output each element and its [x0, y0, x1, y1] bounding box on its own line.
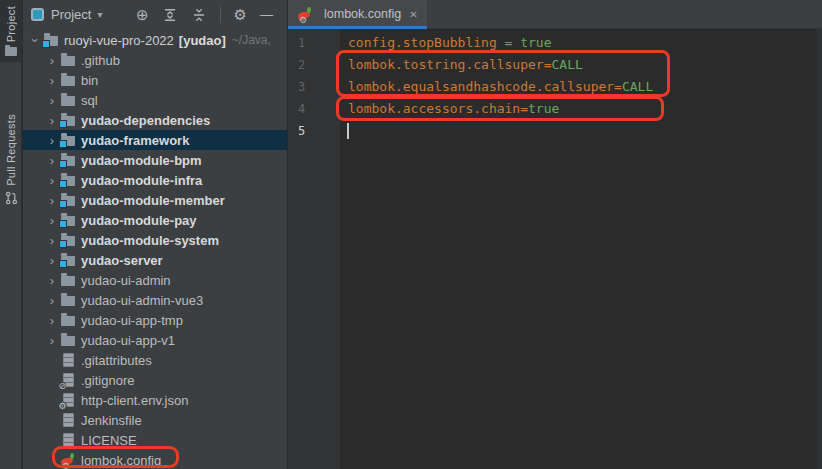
- tree-item-github[interactable]: › .github: [23, 50, 287, 70]
- file-icon: [60, 432, 76, 448]
- tree-item-yudao-framework[interactable]: › yudao-framework: [23, 130, 287, 150]
- ignored-file-icon: [60, 372, 76, 388]
- tree-item-yudao-module-bpm[interactable]: › yudao-module-bpm: [23, 150, 287, 170]
- panel-toolbar: ⊕ ⚙ —: [136, 7, 281, 23]
- folder-icon: [60, 52, 76, 68]
- module-folder-icon: [60, 232, 76, 248]
- module-folder-icon: [60, 252, 76, 268]
- folder-icon: [60, 72, 76, 88]
- chevron-right-icon[interactable]: ›: [44, 114, 60, 127]
- module-folder-icon: [60, 192, 76, 208]
- line-number: 1: [288, 32, 340, 54]
- code-line-1[interactable]: config.stopBubbling = true: [348, 32, 817, 54]
- lombok-icon: ⚙: [297, 6, 313, 22]
- tree-item-yudao-ui-admin-vue3[interactable]: › yudao-ui-admin-vue3: [23, 290, 287, 310]
- code-line-5[interactable]: [348, 120, 817, 142]
- close-icon[interactable]: ✕: [409, 9, 417, 20]
- chevron-right-icon[interactable]: ›: [44, 334, 60, 347]
- panel-title: Project: [51, 7, 91, 22]
- folder-icon: [60, 272, 76, 288]
- code-line-4[interactable]: lombok.accessors.chain=true: [348, 98, 817, 120]
- code-line-2[interactable]: lombok.tostring.callsuper=CALL: [348, 54, 817, 76]
- folder-icon: [60, 92, 76, 108]
- folder-icon: [60, 292, 76, 308]
- tree-item-gitattributes[interactable]: .gitattributes: [23, 350, 287, 370]
- chevron-right-icon[interactable]: ›: [44, 234, 60, 247]
- chevron-right-icon[interactable]: ›: [44, 254, 60, 267]
- tree-item-gitignore[interactable]: .gitignore: [23, 370, 287, 390]
- chevron-right-icon[interactable]: ›: [44, 74, 60, 87]
- tree-item-yudao-dependencies[interactable]: › yudao-dependencies: [23, 110, 287, 130]
- tree-item-yudao-ui-app-tmp[interactable]: › yudao-ui-app-tmp: [23, 310, 287, 330]
- toolbar-divider: [220, 7, 221, 23]
- chevron-right-icon[interactable]: ›: [44, 274, 60, 287]
- text-caret: [347, 123, 349, 139]
- locate-file-icon[interactable]: ⊕: [136, 7, 149, 22]
- module-folder-icon: [60, 132, 76, 148]
- chevron-right-icon[interactable]: ›: [44, 134, 60, 147]
- expand-all-icon[interactable]: [162, 7, 178, 23]
- panel-splitter[interactable]: [287, 0, 288, 469]
- tree-item-yudao-server[interactable]: › yudao-server: [23, 250, 287, 270]
- tree-item-jenkinsfile[interactable]: Jenkinsfile: [23, 410, 287, 430]
- chevron-expanded-icon[interactable]: ›: [29, 32, 42, 48]
- folder-icon: [60, 312, 76, 328]
- module-folder-icon: [60, 152, 76, 168]
- folder-icon: [60, 332, 76, 348]
- module-folder-icon: [60, 112, 76, 128]
- module-folder-icon: [60, 212, 76, 228]
- module-folder-icon: [60, 172, 76, 188]
- chevron-right-icon[interactable]: ›: [44, 94, 60, 107]
- chevron-right-icon[interactable]: ›: [44, 214, 60, 227]
- hide-panel-icon[interactable]: —: [260, 8, 273, 21]
- gear-icon[interactable]: ⚙: [234, 7, 247, 22]
- tree-item-yudao-module-system[interactable]: › yudao-module-system: [23, 230, 287, 250]
- editor-gutter: 1 2 3 4 5: [288, 29, 340, 469]
- project-panel-header: Project ▾ ⊕ ⚙ —: [23, 0, 287, 29]
- chevron-down-icon[interactable]: ▾: [97, 9, 102, 20]
- editor-area: ⚙ lombok.config ✕ 1 2 3 4 5 config.stopB…: [288, 0, 822, 469]
- pull-request-icon: [5, 191, 18, 209]
- tree-item-bin[interactable]: › bin: [23, 70, 287, 90]
- chevron-right-icon[interactable]: ›: [44, 294, 60, 307]
- line-number: 4: [288, 98, 340, 120]
- tool-window-icon: [31, 8, 44, 21]
- env-file-icon: [60, 392, 76, 408]
- project-tree: › ruoyi-vue-pro-2022 [yudao] ~/Java, › .…: [23, 30, 287, 469]
- tree-item-root[interactable]: › ruoyi-vue-pro-2022 [yudao] ~/Java,: [23, 30, 287, 50]
- tree-item-yudao-module-pay[interactable]: › yudao-module-pay: [23, 210, 287, 230]
- stripe-tab-project-label: Project: [5, 6, 17, 42]
- tree-item-sql[interactable]: › sql: [23, 90, 287, 110]
- tool-window-stripe: Project Pull Requests: [0, 0, 22, 469]
- code-line-3[interactable]: lombok.equalsandhashcode.callsuper=CALL: [348, 76, 817, 98]
- code-area[interactable]: config.stopBubbling = true lombok.tostri…: [340, 29, 817, 469]
- tree-item-http-client-env-json[interactable]: http-client.env.json: [23, 390, 287, 410]
- editor-tab-bar: ⚙ lombok.config ✕: [288, 0, 822, 29]
- stripe-tab-pull-requests-label: Pull Requests: [5, 114, 17, 186]
- collapse-all-icon[interactable]: [191, 7, 207, 23]
- file-icon: [60, 412, 76, 428]
- line-number: 2: [288, 54, 340, 76]
- stripe-tab-project[interactable]: Project: [0, 0, 22, 62]
- tree-item-yudao-ui-app-v1[interactable]: › yudao-ui-app-v1: [23, 330, 287, 350]
- chevron-right-icon[interactable]: ›: [44, 314, 60, 327]
- project-folder-icon: [5, 47, 17, 56]
- chevron-right-icon[interactable]: ›: [44, 194, 60, 207]
- tree-item-yudao-module-infra[interactable]: › yudao-module-infra: [23, 170, 287, 190]
- tree-item-license[interactable]: LICENSE: [23, 430, 287, 450]
- tree-item-lombok-config[interactable]: ⚙ lombok.config: [23, 450, 287, 469]
- chevron-right-icon[interactable]: ›: [44, 174, 60, 187]
- ide-window: Project Pull Requests Project ▾ ⊕: [0, 0, 822, 469]
- tree-item-yudao-ui-admin[interactable]: › yudao-ui-admin: [23, 270, 287, 290]
- chevron-right-icon[interactable]: ›: [44, 54, 60, 67]
- file-icon: [60, 352, 76, 368]
- line-number: 3: [288, 76, 340, 98]
- tree-item-yudao-module-member[interactable]: › yudao-module-member: [23, 190, 287, 210]
- lombok-icon: ⚙: [60, 452, 76, 468]
- editor-scrollbar-track[interactable]: [817, 29, 822, 469]
- module-folder-icon: [43, 32, 59, 48]
- line-number-current: 5: [288, 120, 340, 142]
- stripe-tab-pull-requests[interactable]: Pull Requests: [0, 108, 22, 215]
- chevron-right-icon[interactable]: ›: [44, 154, 60, 167]
- tab-lombok-config[interactable]: ⚙ lombok.config ✕: [288, 0, 427, 28]
